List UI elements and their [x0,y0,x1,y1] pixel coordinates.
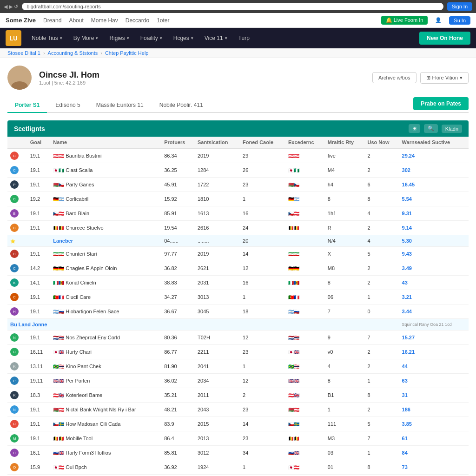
col-name[interactable]: Name [50,137,161,148]
row-name[interactable]: 🇬🇧🇬🇧 Per Porlen [50,374,161,388]
row-foned: 2 [240,388,285,403]
nav-by-more[interactable]: By More▾ [69,32,103,44]
topnav-momehav[interactable]: Mome Hav [91,17,118,24]
row-name[interactable]: 🇦🇷🇷🇺 Hlobartigon Felen Sace [50,304,161,319]
row-name[interactable]: 🇦🇹🇦🇹 Baunbia Bustmil [50,148,161,163]
row-mral: 01 [325,460,365,475]
row-uso: 7 [364,431,399,446]
row-name[interactable]: 🇷🇺🇬🇧 Harly Form3 Hotlios [50,446,161,460]
divider2-label[interactable]: Bu Land Jonne [7,319,399,331]
col-sants[interactable]: Santsication [195,137,240,148]
tab-edisono[interactable]: Edisono 5 [48,98,87,113]
row-name[interactable]: 🇧🇷🇹🇭 Kino Pant Chek [50,359,161,374]
nav-hcges[interactable]: Hcges▾ [169,32,198,44]
row-protuers: 80.36 [161,331,195,345]
nav-vice11[interactable]: Vice 11▾ [200,32,232,44]
breadcrumb-item-3[interactable]: Chtep Paylttic Help [105,50,149,56]
table-row[interactable]: H 19.1 🇦🇷🇷🇺 Hlobartigon Felen Sace 36.67… [7,304,469,319]
row-name[interactable]: 🇧🇾🇦🇹 Nictal Bank Wright Nls Ry i Bar [50,403,161,417]
row-name[interactable]: 🇯🇵🇳🇬 Clast Scalia [50,163,161,178]
row-name[interactable]: ⬛⬛ Cliph Enak Citme W [50,475,161,476]
row-name[interactable]: 🇩🇪🇩🇪 Chagles E Appin Oloin [50,261,161,276]
table-row[interactable]: H 16.1 🇷🇺🇬🇧 Harly Form3 Hotlios 85.81 30… [7,446,469,460]
row-goal: 19.1 [27,331,51,345]
row-name[interactable]: 🇮🇷🇮🇷 Chunteri Stari [50,247,161,261]
live-button[interactable]: 🔔 Live Foom In [381,16,428,25]
table-row[interactable]: B 19.1 🇦🇹🇦🇹 Baunbia Bustmil 86.34 2019 2… [7,148,469,163]
archive-button[interactable]: Archive w/bos [372,72,416,83]
col-uso[interactable]: Uso Now [364,137,399,148]
tab-massile[interactable]: Massile Euntors 11 [89,98,151,113]
row-sants: 2015 [195,417,240,431]
row-name[interactable]: 🇨🇿🇦🇹 Bard Blain [50,206,161,221]
table-row[interactable]: C 19.1 🇵🇹🇫🇷 Clucil Care 34.27 3013 1 🇵🇹🇫… [7,290,469,304]
table-row[interactable]: C 19.1 🇮🇷🇮🇷 Chunteri Stari 97.77 2019 14… [7,247,469,261]
nav-turp[interactable]: Turp [234,32,254,44]
row-name[interactable]: 🇵🇹🇫🇷 Clucil Care [50,290,161,304]
row-sants: 2034 [195,374,240,388]
table-row[interactable]: C 19.1 🇧🇪🇧🇪 Churcee Stuelvo 19.54 2616 2… [7,221,469,235]
table-row[interactable]: C 19.1 🇯🇵🇳🇬 Clast Scalia 36.25 1284 26 🇯… [7,163,469,178]
table-row[interactable]: P 19.1 🇧🇾🇨🇿 Party Ganes 45.91 1722 23 🇧🇾… [7,178,469,192]
url-bar[interactable]: bigdraftball.com/scouting-reports [22,3,443,10]
nav-noble-tius[interactable]: Noble Tius▾ [27,32,67,44]
row-name[interactable]: 🇦🇹🇬🇧 Koterleori Bame [50,388,161,403]
breadcrumb-item-1[interactable]: Stosee Dlital 1 [7,50,40,56]
nav-foaility[interactable]: Foaility▾ [136,32,167,44]
row-name[interactable]: 🇧🇾🇨🇿 Party Ganes [50,178,161,192]
col-exc[interactable]: Excedernc [285,137,325,148]
table-row[interactable]: H 19.1 🇨🇿🇸🇪 How Madosan Cili Cada 83.9 2… [7,417,469,431]
topnav-1oter[interactable]: 1oter [157,17,169,24]
col-protuers[interactable]: Protuers [161,137,195,148]
search-icon-button[interactable]: 🔍 [424,124,438,133]
table-row[interactable]: C 19.2 🇩🇪🇦🇷 Corlicabril 15.92 1810 1 🇩🇪🇦… [7,192,469,206]
table-row[interactable]: K 14.1 🇮🇹🇲🇩 Konal Cmieln 38.83 2031 16 🇮… [7,276,469,290]
table-row[interactable]: K 18.3 🇦🇹🇬🇧 Koterleori Bame 35.21 2011 2… [7,388,469,403]
grid-icon-button[interactable]: ⊞ [409,124,420,133]
topnav-about[interactable]: About [69,17,83,24]
table-row[interactable]: H 16.11 🇯🇵🇬🇧 Hurty Chari 86.77 2211 23 🇯… [7,345,469,359]
filter-button[interactable]: ⊞ Flore Vition ▾ [420,72,469,84]
breadcrumb-item-2[interactable]: Accounting & Ststonts [48,50,98,56]
table-row[interactable]: B 19.1 🇨🇿🇦🇹 Bard Blain 85.91 1613 16 🇨🇿🇦… [7,206,469,221]
table-row[interactable]: Bu Land Jonne Squincal Rany Ooa 21 1cd [7,319,469,331]
row-name[interactable]: 🇮🇹🇲🇩 Konal Cmieln [50,276,161,290]
table-row[interactable]: K 13.11 🇧🇷🇹🇭 Kino Pant Chek 81.90 2041 1… [7,359,469,374]
main-nav: LU Noble Tius▾ By More▾ Rigies▾ Foaility… [0,28,476,48]
table-row[interactable]: C 14.9 ⬛⬛ Cliph Enak Citme W 38.38 1031 … [7,475,469,476]
topnav-deccardo[interactable]: Deccardo [126,17,149,24]
table-row[interactable]: ⭐ Lancber 04...... ........ 20 N/4 4 5.3… [7,235,469,247]
col-foned[interactable]: Foned Caole [240,137,285,148]
row-mral: h4 [325,178,365,192]
table-row[interactable]: N 19.1 🇳🇱🇹🇭 Nos Zheprcal Eny Corld 80.36… [7,331,469,345]
tab-cta-button[interactable]: Prabe on Pates [413,97,469,110]
row-uso: 8 [364,388,399,403]
main-cta-button[interactable]: New On Hone [419,32,470,45]
row-goal: 19.1 [27,247,51,261]
row-team-logo: C [7,261,27,276]
row-name[interactable]: 🇧🇪🇧🇪 Mobille Tool [50,431,161,446]
row-name[interactable]: 🇯🇵🇬🇧 Hurty Chari [50,345,161,359]
table-row[interactable]: M 19.1 🇧🇪🇧🇪 Mobille Tool 86.4 2013 23 🇧🇪… [7,431,469,446]
table-row[interactable]: O 15.9 🇯🇵🇦🇹 Oul Bpch 36.92 1924 1 🇯🇵🇦🇹 0… [7,460,469,475]
divider-label[interactable]: Lancber [50,235,161,247]
row-foned: 14 [240,247,285,261]
signin-button[interactable]: Su In [449,16,470,25]
kladn-button[interactable]: Kladn [442,125,462,133]
col-mral[interactable]: Mraltic Rty [325,137,365,148]
col-goal[interactable]: Goal [27,137,51,148]
row-name[interactable]: 🇨🇿🇸🇪 How Madosan Cili Cada [50,417,161,431]
table-row[interactable]: P 19.11 🇬🇧🇬🇧 Per Porlen 36.02 2034 12 🇬🇧… [7,374,469,388]
table-row[interactable]: N 19.1 🇧🇾🇦🇹 Nictal Bank Wright Nls Ry i … [7,403,469,417]
browser-signin-button[interactable]: Sign In [447,2,472,11]
topnav-dreand[interactable]: Dreand [43,17,61,24]
col-warn[interactable]: Warnsealed Suctive [399,137,469,148]
nav-rigies[interactable]: Rigies▾ [105,32,133,44]
row-name[interactable]: 🇩🇪🇦🇷 Corlicabril [50,192,161,206]
row-name[interactable]: 🇳🇱🇹🇭 Nos Zheprcal Eny Corld [50,331,161,345]
table-row[interactable]: C 14.2 🇩🇪🇩🇪 Chagles E Appin Oloin 36.82 … [7,261,469,276]
tab-porter[interactable]: Porter S1 [7,98,47,113]
tab-nobile[interactable]: Nobile Poolir. 411 [152,98,211,113]
row-name[interactable]: 🇧🇪🇧🇪 Churcee Stuelvo [50,221,161,235]
row-name[interactable]: 🇯🇵🇦🇹 Oul Bpch [50,460,161,475]
